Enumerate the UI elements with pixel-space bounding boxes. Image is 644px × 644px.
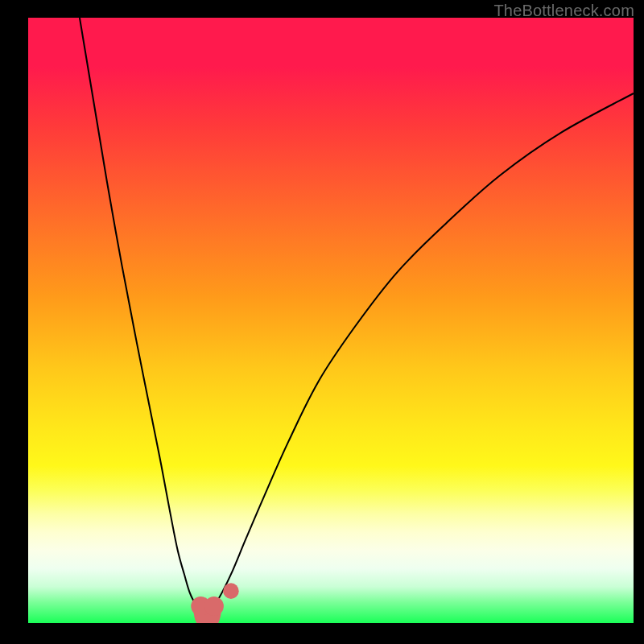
extra-dot	[223, 583, 239, 599]
curve-right	[214, 93, 634, 606]
trough-right-cap	[204, 597, 224, 616]
trough-markers	[191, 583, 238, 616]
chart-plot-area	[28, 18, 634, 623]
curve-left	[80, 18, 200, 606]
watermark-text: TheBottleneck.com	[493, 2, 634, 20]
chart-frame: TheBottleneck.com	[0, 0, 644, 644]
chart-svg	[28, 18, 634, 623]
